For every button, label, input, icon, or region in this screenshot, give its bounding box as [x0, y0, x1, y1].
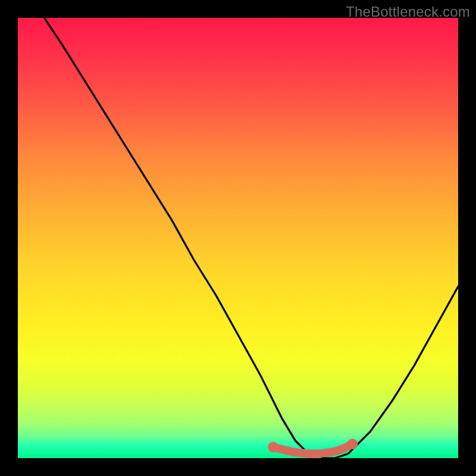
sweet-spot-end-dot	[347, 439, 358, 449]
sweet-spot-start-dot	[268, 442, 278, 453]
chart-svg	[18, 18, 458, 458]
bottleneck-curve-line	[44, 18, 458, 458]
watermark-text: TheBottleneck.com	[346, 4, 470, 20]
sweet-spot-marker-line	[273, 444, 352, 453]
chart-plot-area	[18, 18, 458, 458]
